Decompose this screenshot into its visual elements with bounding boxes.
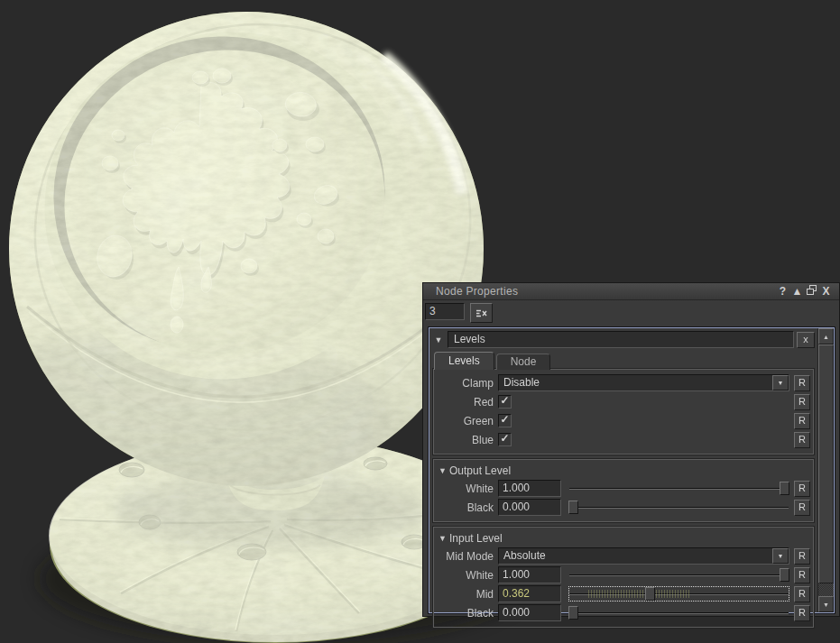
- window-title: Node Properties: [423, 285, 518, 298]
- input-black-row: Black 0.000 R: [437, 604, 810, 621]
- clamp-label: Clamp: [437, 377, 498, 390]
- green-reset-button[interactable]: R: [794, 413, 810, 429]
- check-icon: ✓: [499, 396, 511, 406]
- properties-content: ▼ Levels x Levels Node Clamp Disable ▼ R: [429, 328, 817, 612]
- clamp-reset-button[interactable]: R: [794, 375, 810, 391]
- tab-node[interactable]: Node: [496, 354, 551, 370]
- mid-mode-label: Mid Mode: [437, 550, 498, 563]
- collapse-triangle-icon[interactable]: ▼: [432, 332, 445, 348]
- levels-tab-page: Clamp Disable ▼ R Red ✓ R Green ✓ R: [433, 369, 814, 455]
- slider-texture-ticks: [588, 590, 690, 598]
- input-black-slider[interactable]: [568, 605, 789, 620]
- scrollbar-track[interactable]: [818, 583, 834, 596]
- slider-track: [569, 574, 789, 576]
- green-row: Green ✓ R: [437, 412, 810, 429]
- check-icon: ✓: [499, 434, 511, 444]
- input-level-group: ▼ Input Level Mid Mode Absolute ▼ R Whit…: [433, 527, 814, 628]
- node-index-input[interactable]: 3: [425, 303, 465, 320]
- app-root: { "window": { "title": "Node Properties"…: [0, 0, 840, 643]
- output-white-slider[interactable]: [568, 481, 789, 496]
- output-white-label: White: [437, 482, 498, 495]
- input-white-row: White 1.000 R: [437, 566, 810, 583]
- slider-handle[interactable]: [645, 587, 655, 601]
- check-icon: ✓: [499, 415, 511, 425]
- chevron-down-icon[interactable]: ▼: [772, 375, 789, 390]
- output-level-group: ▼ Output Level White 1.000 R Black 0.000: [433, 459, 814, 522]
- chevron-down-icon[interactable]: ▼: [772, 548, 789, 564]
- input-black-label: Black: [437, 607, 498, 620]
- jump-to-node-icon: [475, 308, 487, 318]
- green-checkbox[interactable]: ✓: [498, 414, 512, 427]
- green-label: Green: [437, 415, 498, 427]
- output-white-row: White 1.000 R: [437, 480, 810, 497]
- input-mid-slider[interactable]: [568, 586, 789, 602]
- output-level-title: Output Level: [449, 464, 511, 477]
- scroll-down-icon[interactable]: ▼: [818, 596, 834, 612]
- slider-handle[interactable]: [780, 482, 789, 495]
- tab-bar: Levels Node: [434, 352, 815, 370]
- blue-checkbox[interactable]: ✓: [498, 433, 512, 446]
- red-row: Red ✓ R: [437, 393, 810, 410]
- output-black-slider[interactable]: [568, 500, 789, 515]
- input-white-input[interactable]: 1.000: [498, 566, 561, 583]
- window-controls: ? ▲ X: [777, 285, 839, 298]
- slider-track: [569, 488, 789, 490]
- red-reset-button[interactable]: R: [794, 394, 810, 410]
- input-mid-input[interactable]: 0.362: [498, 585, 561, 602]
- input-black-reset-button[interactable]: R: [794, 605, 810, 621]
- output-level-header[interactable]: ▼ Output Level: [438, 464, 810, 477]
- collapse-triangle-icon[interactable]: ▼: [438, 530, 449, 547]
- close-icon[interactable]: X: [820, 285, 832, 298]
- jump-to-node-button[interactable]: [470, 303, 493, 323]
- restore-icon[interactable]: [806, 285, 817, 298]
- mid-mode-reset-button[interactable]: R: [794, 548, 810, 565]
- blue-reset-button[interactable]: R: [794, 432, 810, 448]
- input-white-slider[interactable]: [568, 567, 789, 583]
- output-black-row: Black 0.000 R: [437, 499, 810, 516]
- input-black-input[interactable]: 0.000: [498, 604, 561, 621]
- slider-track: [569, 612, 789, 614]
- input-level-title: Input Level: [449, 532, 503, 545]
- red-checkbox[interactable]: ✓: [498, 395, 512, 409]
- mid-mode-dropdown[interactable]: Absolute ▼: [498, 547, 789, 565]
- clamp-value: Disable: [499, 375, 772, 390]
- scroll-up-icon[interactable]: ▲: [818, 328, 834, 344]
- properties-frame: ▼ Levels x Levels Node Clamp Disable ▼ R: [429, 327, 835, 613]
- clamp-dropdown[interactable]: Disable ▼: [498, 374, 789, 391]
- output-black-label: Black: [437, 501, 498, 514]
- input-level-header[interactable]: ▼ Input Level: [438, 531, 810, 545]
- red-label: Red: [437, 396, 498, 409]
- node-selector-row: 3: [423, 300, 839, 326]
- input-white-reset-button[interactable]: R: [794, 567, 810, 583]
- slider-handle[interactable]: [568, 606, 578, 620]
- clamp-row: Clamp Disable ▼ R: [437, 374, 810, 391]
- dock-icon[interactable]: ▲: [791, 285, 803, 298]
- input-white-label: White: [437, 569, 498, 582]
- output-white-input[interactable]: 1.000: [498, 480, 561, 497]
- slider-handle[interactable]: [780, 568, 789, 582]
- window-titlebar[interactable]: Node Properties ? ▲ X: [423, 283, 839, 300]
- help-icon[interactable]: ?: [777, 285, 789, 298]
- input-mid-reset-button[interactable]: R: [794, 586, 810, 602]
- tab-levels[interactable]: Levels: [434, 352, 494, 370]
- input-mid-label: Mid: [437, 588, 498, 601]
- output-black-input[interactable]: 0.000: [498, 499, 561, 516]
- mid-mode-row: Mid Mode Absolute ▼ R: [437, 547, 810, 565]
- slider-track: [569, 507, 789, 509]
- output-white-reset-button[interactable]: R: [794, 481, 810, 497]
- blue-row: Blue ✓ R: [437, 431, 810, 448]
- slider-handle[interactable]: [568, 501, 578, 514]
- collapse-triangle-icon[interactable]: ▼: [438, 463, 449, 479]
- levels-panel-title: Levels: [448, 331, 794, 348]
- node-properties-window: Node Properties ? ▲ X 3 ▼ Levels x: [422, 282, 840, 617]
- scrollbar-thumb[interactable]: [818, 344, 834, 583]
- panel-scrollbar[interactable]: ▲ ▼: [817, 328, 834, 612]
- mid-mode-value: Absolute: [499, 548, 772, 564]
- levels-panel-close-button[interactable]: x: [797, 332, 815, 348]
- input-mid-row: Mid 0.362 R: [437, 585, 810, 602]
- blue-label: Blue: [437, 434, 498, 446]
- output-black-reset-button[interactable]: R: [794, 500, 810, 516]
- levels-panel-header: ▼ Levels x: [432, 331, 815, 348]
